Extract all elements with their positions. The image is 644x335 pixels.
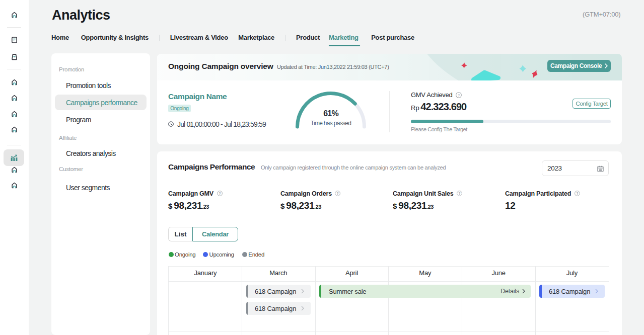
svg-text:?: ?	[337, 192, 339, 195]
svg-text:?: ?	[458, 93, 460, 98]
svg-text:?: ?	[576, 192, 578, 195]
svg-text:?: ?	[459, 192, 461, 195]
svg-text:?: ?	[219, 192, 221, 195]
